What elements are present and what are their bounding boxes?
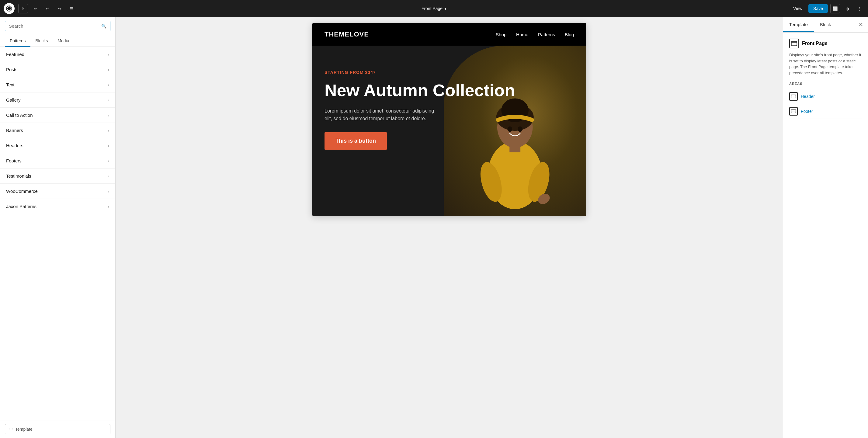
view-button[interactable]: View (789, 4, 806, 13)
list-icon[interactable]: ☰ (67, 4, 76, 13)
pattern-item-headers[interactable]: Headers › (0, 138, 115, 153)
sidebar-footer-inner[interactable]: ⬚ Template (5, 424, 111, 434)
pattern-item-featured[interactable]: Featured › (0, 47, 115, 62)
patterns-list: Featured › Posts › Text › Gallery › Call… (0, 47, 115, 420)
hero-tag: STARTING FROM $347 (324, 70, 574, 75)
left-sidebar: 🔍 Patterns Blocks Media Featured › Posts… (0, 17, 116, 438)
pattern-label: Text (6, 82, 14, 87)
template-icon (789, 39, 799, 49)
pattern-label: Banners (6, 128, 23, 133)
footer-area-icon (789, 107, 798, 116)
tab-media[interactable]: Media (53, 35, 74, 47)
chevron-right-icon: › (108, 67, 109, 72)
undo-icon[interactable]: ↩ (42, 4, 52, 13)
pattern-label: Jaxon Patterns (6, 204, 36, 209)
chevron-right-icon: › (108, 189, 109, 194)
pattern-item-posts[interactable]: Posts › (0, 62, 115, 77)
hero-section: STARTING FROM $347 New Autumn Collection… (312, 45, 586, 216)
template-title-row: Front Page (789, 39, 862, 49)
area-item-header[interactable]: Header (789, 89, 862, 104)
layout-icon[interactable]: ⬜ (830, 4, 840, 13)
pattern-item-footers[interactable]: Footers › (0, 153, 115, 168)
hero-content: STARTING FROM $347 New Autumn Collection… (324, 64, 574, 150)
chevron-right-icon: › (108, 98, 109, 102)
chevron-right-icon: › (108, 128, 109, 133)
site-nav: Shop Home Patterns Blog (496, 32, 574, 37)
search-input[interactable] (9, 24, 99, 29)
pattern-item-text[interactable]: Text › (0, 77, 115, 92)
svg-rect-11 (792, 41, 797, 45)
search-input-wrapper[interactable]: 🔍 (5, 21, 111, 31)
template-icon-small: ⬚ (9, 427, 13, 432)
right-content: Front Page Displays your site's front pa… (783, 33, 868, 125)
wp-logo[interactable] (4, 3, 14, 14)
pattern-label: Featured (6, 52, 24, 57)
page-title-area: Front Page ▾ (422, 6, 446, 11)
svg-rect-16 (792, 112, 796, 113)
nav-link-blog[interactable]: Blog (565, 32, 574, 37)
close-button[interactable]: ✕ (18, 4, 28, 13)
chevron-down-icon: ▾ (444, 6, 446, 11)
nav-link-patterns[interactable]: Patterns (538, 32, 555, 37)
chevron-right-icon: › (108, 158, 109, 163)
chevron-right-icon: › (108, 143, 109, 148)
hero-title: New Autumn Collection (324, 81, 574, 100)
pattern-item-call-to-action[interactable]: Call to Action › (0, 108, 115, 123)
pen-icon[interactable]: ✏ (30, 4, 40, 13)
tab-blocks[interactable]: Blocks (30, 35, 53, 47)
pattern-item-testimonials[interactable]: Testimonials › (0, 168, 115, 184)
site-logo: THEMELOVE (324, 30, 369, 38)
right-sidebar: Template Block ✕ Front Page Displays you… (783, 17, 868, 438)
search-bar: 🔍 (0, 17, 115, 35)
svg-rect-15 (792, 110, 796, 113)
right-tabs: Template Block (783, 18, 854, 32)
redo-icon[interactable]: ↪ (55, 4, 64, 13)
header-area-icon (789, 92, 798, 101)
area-header-label: Header (801, 94, 815, 99)
save-button[interactable]: Save (808, 4, 828, 13)
page-title: Front Page (422, 6, 442, 11)
pattern-label: Posts (6, 67, 18, 72)
pattern-item-banners[interactable]: Banners › (0, 123, 115, 138)
pattern-label: Testimonials (6, 174, 31, 179)
svg-rect-14 (792, 95, 796, 96)
nav-link-shop[interactable]: Shop (496, 32, 506, 37)
pattern-item-woocommerce[interactable]: WooCommerce › (0, 184, 115, 199)
chevron-right-icon: › (108, 83, 109, 87)
chevron-right-icon: › (108, 204, 109, 209)
nav-link-home[interactable]: Home (516, 32, 528, 37)
tabs-row: Patterns Blocks Media (0, 35, 115, 47)
tab-block[interactable]: Block (814, 18, 837, 32)
right-sidebar-close-button[interactable]: ✕ (854, 17, 868, 32)
pattern-item-jaxon-patterns[interactable]: Jaxon Patterns › (0, 199, 115, 214)
chevron-right-icon: › (108, 174, 109, 179)
chevron-right-icon: › (108, 113, 109, 118)
hero-cta-button[interactable]: This is a button (324, 132, 387, 150)
site-header: THEMELOVE Shop Home Patterns Blog (312, 23, 586, 45)
footer-template-label: Template (15, 427, 33, 432)
svg-rect-13 (792, 95, 796, 98)
theme-icon[interactable]: ◑ (842, 4, 852, 13)
svg-rect-12 (792, 41, 797, 42)
toolbar: ✕ ✏ ↩ ↪ ☰ Front Page ▾ View Save ⬜ ◑ ⋮ (0, 0, 868, 17)
more-options-icon[interactable]: ⋮ (855, 4, 864, 13)
area-item-footer[interactable]: Footer (789, 104, 862, 119)
pattern-label: Headers (6, 143, 23, 148)
pattern-item-gallery[interactable]: Gallery › (0, 92, 115, 108)
sidebar-footer: ⬚ Template (0, 420, 115, 438)
template-description: Displays your site's front page, whether… (789, 52, 862, 76)
chevron-right-icon: › (108, 52, 109, 57)
hero-description: Lorem ipsum dolor sit amet, consectetur … (324, 107, 440, 123)
right-sidebar-header: Template Block ✕ (783, 17, 868, 33)
pattern-label: Gallery (6, 97, 21, 102)
pattern-label: Footers (6, 158, 22, 163)
template-name: Front Page (802, 41, 828, 46)
main-area: 🔍 Patterns Blocks Media Featured › Posts… (0, 17, 868, 438)
canvas-area: THEMELOVE Shop Home Patterns Blog STARTI… (116, 17, 783, 438)
area-footer-label: Footer (801, 109, 813, 114)
tab-patterns[interactable]: Patterns (5, 35, 30, 47)
areas-label: AREAS (789, 82, 862, 86)
tab-template[interactable]: Template (783, 18, 814, 32)
pattern-label: Call to Action (6, 113, 33, 118)
pattern-label: WooCommerce (6, 189, 38, 194)
